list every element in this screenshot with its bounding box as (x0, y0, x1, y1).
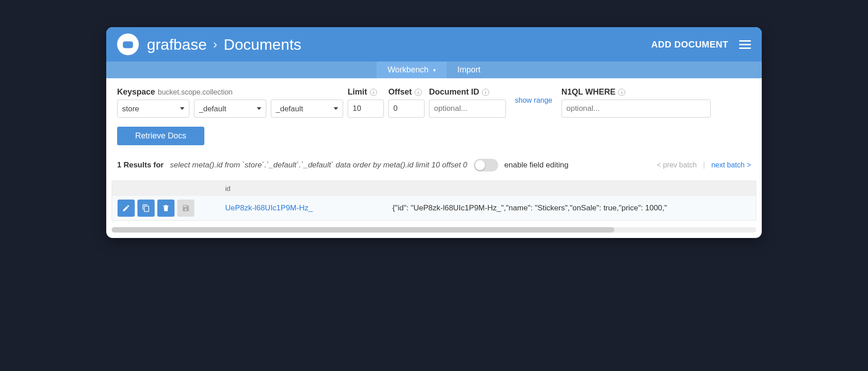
retrieve-docs-button[interactable]: Retrieve Docs (117, 127, 204, 145)
breadcrumb-separator-icon: › (213, 37, 217, 52)
header-bar: grafbase › Documents ADD DOCUMENT (106, 27, 762, 62)
table-row: UeP8zk-l68UIc1P9M-Hz_ {"id": "UeP8zk-l68… (112, 196, 756, 220)
bucket-select[interactable]: store (117, 100, 189, 118)
prev-batch-button: < prev batch (657, 161, 697, 169)
breadcrumb-page: Documents (224, 36, 302, 53)
breadcrumb: grafbase › Documents (147, 36, 302, 53)
batch-nav: < prev batch | next batch > (657, 161, 751, 169)
info-icon[interactable]: i (618, 89, 625, 96)
filter-row: Keyspace bucket.scope.collection store _… (106, 78, 762, 122)
show-range-link[interactable]: show range (515, 96, 552, 105)
offset-label: Offseti (388, 87, 425, 97)
hamburger-menu-icon[interactable] (739, 40, 751, 49)
submenu-bar: Workbench ▾ Import (106, 62, 762, 78)
save-button (177, 200, 194, 217)
submenu-workbench[interactable]: Workbench ▾ (377, 62, 447, 78)
where-input[interactable] (561, 100, 711, 118)
results-table: id UeP8zk-l68UIc1P9M-Hz_ {"id": "UeP8zk-… (112, 181, 756, 221)
copy-button[interactable] (137, 200, 155, 217)
info-icon[interactable]: i (370, 89, 377, 96)
results-bar: 1 Results for select meta().id from `sto… (106, 154, 762, 181)
submenu-import[interactable]: Import (447, 62, 491, 78)
field-editing-toggle[interactable] (474, 159, 498, 171)
delete-button[interactable] (157, 200, 175, 217)
limit-input[interactable] (348, 100, 384, 118)
docid-input[interactable] (429, 100, 506, 118)
collection-select[interactable]: _default (271, 100, 343, 118)
chevron-down-icon: ▾ (433, 67, 436, 73)
add-document-button[interactable]: ADD DOCUMENT (651, 39, 728, 50)
edit-button[interactable] (118, 200, 135, 217)
documents-panel: grafbase › Documents ADD DOCUMENT Workbe… (106, 27, 762, 238)
offset-input[interactable] (388, 100, 425, 118)
submenu-workbench-label: Workbench (387, 65, 429, 75)
breadcrumb-bucket[interactable]: grafbase (147, 36, 207, 53)
table-header: id (112, 181, 756, 196)
horizontal-scrollbar[interactable] (112, 227, 756, 233)
info-icon[interactable]: i (482, 89, 489, 96)
where-label: N1QL WHEREi (561, 87, 711, 97)
toggle-label: enable field editing (505, 161, 569, 170)
results-count: 1 Results for (117, 161, 164, 170)
row-id-link[interactable]: UeP8zk-l68UIc1P9M-Hz_ (225, 204, 392, 213)
scope-select[interactable]: _default (194, 100, 266, 118)
limit-label: Limiti (348, 87, 384, 97)
docid-label: Document IDi (429, 87, 506, 97)
row-json: {"id": "UeP8zk-l68UIc1P9M-Hz_","name": "… (392, 204, 750, 213)
keyspace-label: Keyspace bucket.scope.collection (117, 87, 343, 97)
col-id: id (225, 185, 231, 192)
next-batch-button[interactable]: next batch > (711, 161, 751, 169)
results-query: select meta().id from `store`.`_default`… (170, 161, 467, 170)
info-icon[interactable]: i (415, 89, 422, 96)
couchbase-logo (117, 33, 139, 55)
